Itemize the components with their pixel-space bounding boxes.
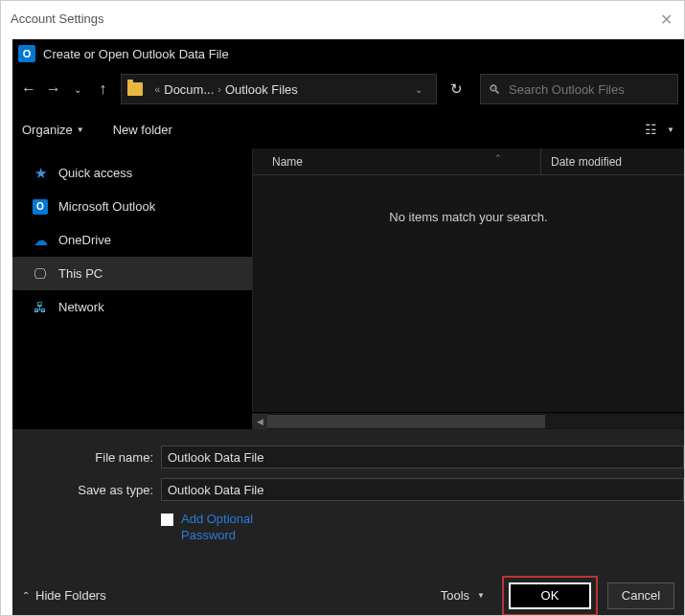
ok-button[interactable]: OK (509, 582, 591, 609)
column-date[interactable]: Date modified (540, 148, 684, 174)
star-icon: ★ (32, 166, 49, 181)
main-area: ★ Quick access O Microsoft Outlook ☁ One… (12, 148, 684, 412)
toolbar: Organize ▼ New folder ☷ ▼ (12, 110, 684, 148)
sidebar-item-label: Microsoft Outlook (58, 199, 155, 214)
sidebar-item-network[interactable]: 🖧 Network (12, 290, 252, 324)
chevron-left-icon: « (154, 83, 160, 95)
create-open-dialog: O Create or Open Outlook Data File ← → ⌄… (12, 39, 684, 615)
column-headers: Name ⌃ Date modified (253, 148, 684, 175)
sort-up-icon: ⌃ (494, 153, 502, 163)
chevron-down-icon: ▼ (77, 125, 84, 134)
ok-label: OK (541, 588, 559, 603)
up-button[interactable]: ↑ (92, 76, 113, 103)
tools-label: Tools (441, 588, 469, 603)
search-input[interactable] (509, 82, 670, 97)
ok-highlight: OK (502, 576, 598, 615)
tools-button[interactable]: Tools ▼ (441, 588, 485, 603)
filename-label: File name: (12, 450, 161, 465)
sidebar-item-outlook[interactable]: O Microsoft Outlook (12, 190, 252, 223)
close-icon[interactable]: ✕ (660, 11, 673, 29)
back-button[interactable]: ← (18, 76, 39, 103)
outlook-icon: O (32, 199, 49, 215)
chevron-right-icon: › (217, 83, 221, 95)
folder-icon (127, 82, 143, 96)
column-name-label: Name (272, 155, 303, 169)
file-list: Name ⌃ Date modified No items match your… (252, 148, 684, 412)
new-folder-button[interactable]: New folder (113, 123, 172, 137)
scroll-thumb[interactable] (267, 415, 545, 428)
savetype-input[interactable] (161, 478, 684, 501)
chevron-down-icon: ▼ (477, 591, 485, 600)
sidebar: ★ Quick access O Microsoft Outlook ☁ One… (12, 148, 252, 412)
add-password-row: Add Optional Password (12, 512, 684, 544)
column-name[interactable]: Name ⌃ (253, 155, 540, 169)
recent-dropdown-icon[interactable]: ⌄ (68, 76, 89, 103)
search-icon: 🔍︎ (489, 82, 501, 97)
footer: ⌃ Hide Folders Tools ▼ OK Cancel (12, 571, 684, 615)
hide-folders-label: Hide Folders (35, 588, 106, 603)
cancel-label: Cancel (622, 588, 660, 603)
dialog-title: Create or Open Outlook Data File (43, 47, 229, 61)
cancel-button[interactable]: Cancel (607, 582, 674, 609)
hide-folders-button[interactable]: ⌃ Hide Folders (22, 588, 106, 603)
breadcrumb-dropdown-icon[interactable]: ⌄ (407, 84, 430, 95)
sidebar-item-quick-access[interactable]: ★ Quick access (12, 156, 252, 190)
nav-row: ← → ⌄ ↑ « Docum... › Outlook Files ⌄ ↻ 🔍… (12, 68, 684, 110)
sidebar-item-label: Quick access (58, 166, 132, 180)
horizontal-scrollbar[interactable]: ◀ (252, 412, 684, 429)
savetype-row: Save as type: (12, 475, 684, 504)
filename-input[interactable] (161, 445, 684, 468)
breadcrumb[interactable]: « Docum... › Outlook Files ⌄ (121, 74, 437, 104)
search-bar[interactable]: 🔍︎ (480, 74, 678, 104)
chevron-up-icon: ⌃ (22, 590, 30, 601)
sidebar-item-label: This PC (58, 266, 103, 281)
bottom-panel: File name: Save as type: Add Optional Pa… (12, 429, 684, 615)
add-password-checkbox[interactable] (161, 513, 173, 526)
add-password-label[interactable]: Add Optional Password (181, 512, 277, 544)
monitor-icon: 🖵 (32, 266, 49, 282)
scroll-track[interactable] (267, 415, 684, 428)
sidebar-item-onedrive[interactable]: ☁ OneDrive (12, 223, 252, 257)
network-icon: 🖧 (32, 300, 49, 315)
sidebar-item-label: Network (58, 300, 104, 314)
empty-message: No items match your search. (253, 210, 684, 224)
sidebar-item-label: OneDrive (58, 233, 111, 247)
scroll-left-icon[interactable]: ◀ (252, 414, 267, 429)
organize-label: Organize (22, 123, 73, 137)
chevron-down-icon[interactable]: ▼ (667, 125, 674, 134)
outlook-icon: O (18, 45, 35, 62)
account-settings-window: Account Settings ✕ O Create or Open Outl… (0, 0, 685, 616)
organize-button[interactable]: Organize ▼ (22, 123, 84, 137)
view-mode-icon[interactable]: ☷ (645, 122, 657, 137)
savetype-label: Save as type: (12, 483, 161, 497)
breadcrumb-part-2[interactable]: Outlook Files (225, 82, 298, 97)
refresh-button[interactable]: ↻ (445, 74, 468, 104)
dialog-titlebar: O Create or Open Outlook Data File (12, 39, 684, 68)
outer-window-title: Account Settings (11, 11, 104, 26)
filename-row: File name: (12, 443, 684, 471)
cloud-icon: ☁ (32, 233, 49, 248)
new-folder-label: New folder (113, 123, 172, 137)
forward-button[interactable]: → (43, 76, 64, 103)
outer-titlebar: Account Settings (1, 1, 684, 35)
sidebar-item-this-pc[interactable]: 🖵 This PC (12, 257, 252, 290)
breadcrumb-part-1[interactable]: Docum... (164, 82, 214, 97)
column-date-label: Date modified (551, 155, 622, 169)
